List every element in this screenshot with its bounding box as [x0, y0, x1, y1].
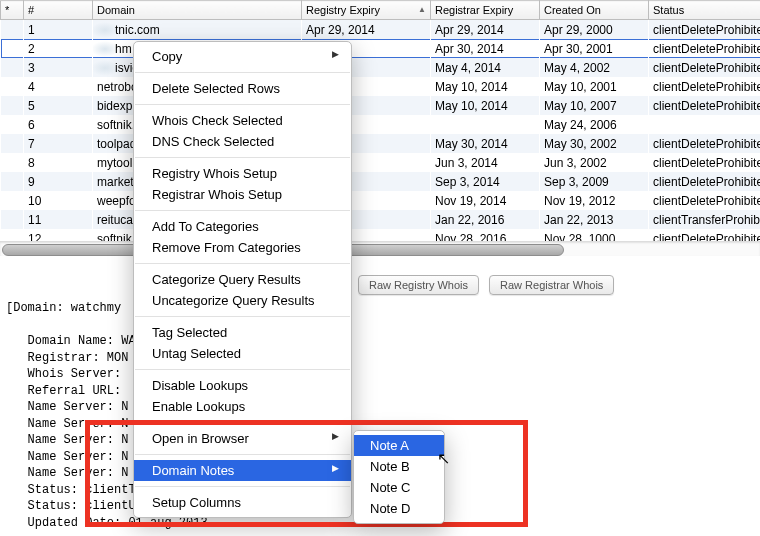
submenu-note-c[interactable]: Note C — [354, 477, 444, 498]
menu-disable-lookups[interactable]: Disable Lookups — [134, 375, 351, 396]
menu-dns-check[interactable]: DNS Check Selected — [134, 131, 351, 152]
table-row[interactable]: 5bidexplo2014May 10, 2014May 10, 2007cli… — [1, 96, 761, 115]
domain-table: * # Domain Registry Expiry▲ Registrar Ex… — [0, 0, 760, 256]
col-created-on[interactable]: Created On — [540, 1, 649, 20]
table-row[interactable]: 6softnik.2014May 24, 2006 — [1, 115, 761, 134]
submenu-note-b[interactable]: Note B — [354, 456, 444, 477]
whois-tabs: Raw Registry Whois Raw Registrar Whois — [358, 275, 614, 295]
menu-tag[interactable]: Tag Selected — [134, 322, 351, 343]
col-number[interactable]: # — [24, 1, 93, 20]
sort-indicator-icon: ▲ — [418, 5, 426, 14]
table-row[interactable]: 8mytoolp14Jun 3, 2014Jun 3, 2002clientDe… — [1, 153, 761, 172]
menu-separator — [135, 422, 350, 423]
menu-open-browser[interactable]: Open in Browser — [134, 428, 351, 449]
menu-add-categories[interactable]: Add To Categories — [134, 216, 351, 237]
horizontal-scrollbar[interactable] — [0, 241, 760, 256]
menu-untag[interactable]: Untag Selected — [134, 343, 351, 364]
menu-separator — [135, 316, 350, 317]
table-row[interactable]: 2hm2014Apr 30, 2014Apr 30, 2001clientDel… — [1, 39, 761, 58]
table-row[interactable]: 7toolpad14May 30, 2014May 30, 2002client… — [1, 134, 761, 153]
menu-separator — [135, 263, 350, 264]
menu-separator — [135, 369, 350, 370]
table-row[interactable]: 3isvie14May 4, 2014May 4, 2002clientDele… — [1, 58, 761, 77]
table-row[interactable]: 10weepfor14Nov 19, 2014Nov 19, 2012clien… — [1, 191, 761, 210]
table-row[interactable]: 1tnic.comApr 29, 2014Apr 29, 2014Apr 29,… — [1, 20, 761, 40]
col-registry-expiry[interactable]: Registry Expiry▲ — [302, 1, 431, 20]
menu-registry-setup[interactable]: Registry Whois Setup — [134, 163, 351, 184]
menu-separator — [135, 210, 350, 211]
menu-whois-check[interactable]: Whois Check Selected — [134, 110, 351, 131]
menu-registrar-setup[interactable]: Registrar Whois Setup — [134, 184, 351, 205]
tab-raw-registrar[interactable]: Raw Registrar Whois — [489, 275, 614, 295]
menu-uncategorize-query[interactable]: Uncategorize Query Results — [134, 290, 351, 311]
menu-domain-notes[interactable]: Domain Notes — [134, 460, 351, 481]
menu-separator — [135, 72, 350, 73]
table-row[interactable]: 4netrobo14May 10, 2014May 10, 2001client… — [1, 77, 761, 96]
menu-remove-categories[interactable]: Remove From Categories — [134, 237, 351, 258]
domain-notes-submenu: Note A Note B Note C Note D — [353, 430, 445, 524]
col-registrar-expiry[interactable]: Registrar Expiry — [431, 1, 540, 20]
submenu-note-d[interactable]: Note D — [354, 498, 444, 519]
col-domain[interactable]: Domain — [93, 1, 302, 20]
submenu-note-a[interactable]: Note A — [354, 435, 444, 456]
table-row[interactable]: 11reituca.16Jan 22, 2016Jan 22, 2013clie… — [1, 210, 761, 229]
menu-enable-lookups[interactable]: Enable Lookups — [134, 396, 351, 417]
menu-setup-columns[interactable]: Setup Columns — [134, 492, 351, 513]
tab-raw-registry[interactable]: Raw Registry Whois — [358, 275, 479, 295]
menu-separator — [135, 454, 350, 455]
menu-delete-rows[interactable]: Delete Selected Rows — [134, 78, 351, 99]
col-status[interactable]: Status — [649, 1, 761, 20]
menu-separator — [135, 157, 350, 158]
col-star[interactable]: * — [1, 1, 24, 20]
table-header-row: * # Domain Registry Expiry▲ Registrar Ex… — [1, 1, 761, 20]
table-row[interactable]: 9marketin14Sep 3, 2014Sep 3, 2009clientD… — [1, 172, 761, 191]
menu-separator — [135, 486, 350, 487]
menu-categorize-query[interactable]: Categorize Query Results — [134, 269, 351, 290]
context-menu: Copy Delete Selected Rows Whois Check Se… — [133, 41, 352, 518]
menu-copy[interactable]: Copy — [134, 46, 351, 67]
menu-separator — [135, 104, 350, 105]
